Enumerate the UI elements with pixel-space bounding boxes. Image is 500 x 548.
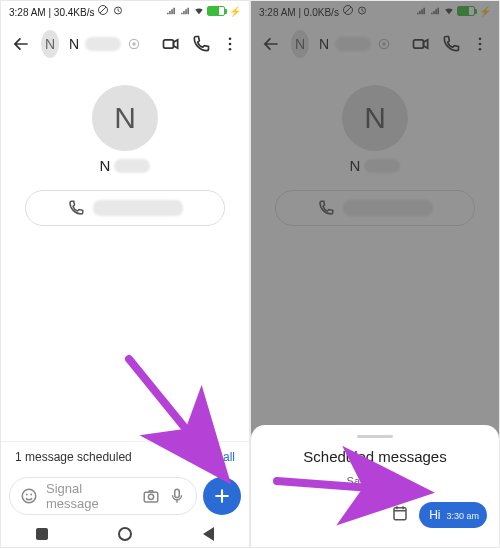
avatar-large[interactable]: N [342,85,408,151]
screen-chat: 3:28 AM | 30.4KB/s ⚡ N N [0,0,250,548]
add-button[interactable] [203,477,241,515]
svg-line-16 [345,7,351,13]
plus-icon [212,486,232,506]
nav-home-icon[interactable] [118,527,132,541]
message-placeholder: Signal message [46,481,134,511]
back-icon[interactable] [261,31,281,57]
android-nav [1,521,249,547]
status-time-net: 3:28 AM | 0.0KB/s [259,4,368,18]
bubble-time: 3:30 am [446,511,479,521]
wifi-icon [443,6,455,16]
sheet-date: Sat, 24 Feb [263,475,487,487]
signal-icon [165,6,177,16]
svg-line-1 [100,7,106,13]
badge-icon [127,37,141,51]
chat-header: N N [251,21,499,67]
scheduled-messages-sheet[interactable]: Scheduled messages Sat, 24 Feb Hi 3:30 a… [251,425,499,547]
svg-point-6 [229,37,232,40]
status-bar: 3:28 AM | 0.0KB/s ⚡ [251,1,499,21]
emoji-icon[interactable] [20,487,38,505]
svg-point-13 [148,494,153,499]
alarm-icon [356,4,368,16]
video-call-icon[interactable] [161,31,181,57]
dnd-icon [342,4,354,16]
svg-point-7 [229,43,232,46]
status-right: ⚡ [165,6,241,17]
phone-icon [317,199,335,217]
profile-name: N [100,157,151,174]
battery-icon [457,6,477,16]
badge-icon [377,37,391,51]
chat-header: N N [1,21,249,67]
svg-point-4 [132,42,136,46]
back-icon[interactable] [11,31,31,57]
profile-name: N [350,157,401,174]
call-button[interactable] [275,190,475,226]
redacted-text [85,37,121,51]
svg-point-22 [479,43,482,46]
signal-icon [415,6,427,16]
svg-point-10 [26,494,28,496]
video-call-icon[interactable] [411,31,431,57]
svg-point-19 [382,42,386,46]
avatar-large[interactable]: N [92,85,158,151]
avatar-small[interactable]: N [41,30,59,58]
svg-point-11 [30,494,32,496]
dnd-icon [97,4,109,16]
redacted-text [93,200,183,216]
scheduled-banner: 1 message scheduled See all [1,441,249,471]
wifi-icon [193,6,205,16]
see-all-link[interactable]: See all [198,450,235,464]
signal-icon-2 [429,6,441,16]
redacted-text [114,159,150,173]
camera-icon[interactable] [142,487,160,505]
signal-icon-2 [179,6,191,16]
chat-body: N N [1,67,249,441]
contact-name[interactable]: N [69,36,141,52]
contact-name[interactable]: N [319,36,391,52]
svg-rect-14 [175,489,180,497]
bubble-text: Hi [429,508,440,522]
sheet-title: Scheduled messages [263,448,487,465]
scheduled-message-bubble[interactable]: Hi 3:30 am [419,502,487,528]
svg-point-9 [22,489,36,503]
status-bar: 3:28 AM | 30.4KB/s ⚡ [1,1,249,21]
more-icon[interactable] [471,31,489,57]
alarm-icon [112,4,124,16]
mic-icon[interactable] [168,487,186,505]
call-button[interactable] [25,190,225,226]
redacted-text [335,37,371,51]
svg-rect-24 [394,508,406,520]
voice-call-icon[interactable] [441,31,461,57]
redacted-text [364,159,400,173]
redacted-text [343,200,433,216]
nav-back-icon[interactable] [203,527,214,541]
charging-icon: ⚡ [229,6,241,17]
more-icon[interactable] [221,31,239,57]
svg-point-21 [479,37,482,40]
message-input[interactable]: Signal message [9,477,197,515]
avatar-small[interactable]: N [291,30,309,58]
svg-rect-20 [414,40,424,48]
status-right: ⚡ [415,6,491,17]
screen-scheduled-sheet: 3:28 AM | 0.0KB/s ⚡ N N [250,0,500,548]
charging-icon: ⚡ [479,6,491,17]
svg-rect-5 [164,40,174,48]
status-time-net: 3:28 AM | 30.4KB/s [9,4,124,18]
sheet-handle[interactable] [357,435,393,438]
scheduled-count-label: 1 message scheduled [15,450,132,464]
battery-icon [207,6,227,16]
scheduled-message-row: Hi 3:30 am [263,497,487,533]
phone-icon [67,199,85,217]
nav-recent-icon[interactable] [36,528,48,540]
composer-row: Signal message [1,471,249,521]
calendar-icon[interactable] [391,504,409,526]
svg-point-8 [229,48,232,51]
voice-call-icon[interactable] [191,31,211,57]
svg-point-23 [479,48,482,51]
